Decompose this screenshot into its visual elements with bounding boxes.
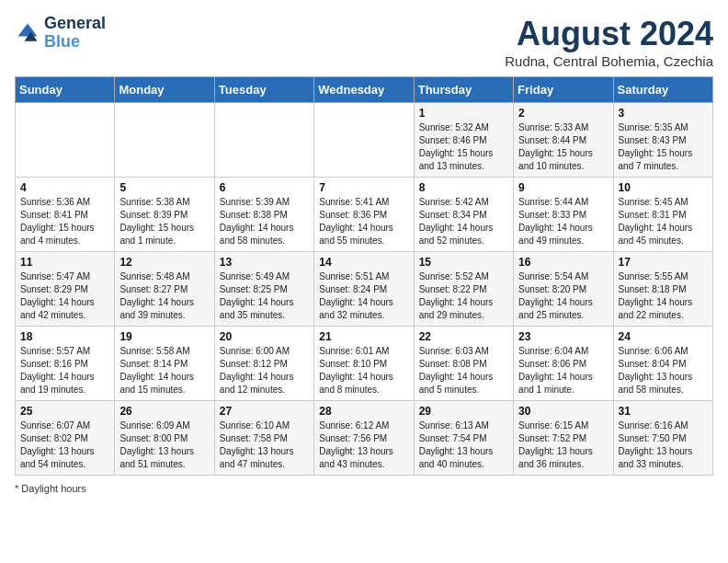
calendar-cell: 6Sunrise: 5:39 AMSunset: 8:38 PMDaylight… — [214, 178, 313, 252]
day-number: 23 — [518, 330, 608, 343]
day-number: 8 — [419, 181, 508, 194]
day-info: Sunrise: 6:10 AMSunset: 7:58 PMDaylight:… — [220, 419, 309, 471]
day-info: Sunrise: 5:47 AMSunset: 8:29 PMDaylight:… — [20, 270, 109, 322]
calendar-cell: 19Sunrise: 5:58 AMSunset: 8:14 PMDayligh… — [115, 327, 214, 401]
calendar-cell: 9Sunrise: 5:44 AMSunset: 8:33 PMDaylight… — [514, 178, 613, 252]
calendar-cell: 25Sunrise: 6:07 AMSunset: 8:02 PMDayligh… — [16, 401, 115, 476]
day-number: 27 — [220, 405, 309, 418]
day-info: Sunrise: 5:49 AMSunset: 8:25 PMDaylight:… — [220, 270, 309, 322]
day-info: Sunrise: 6:06 AMSunset: 8:04 PMDaylight:… — [619, 345, 708, 396]
calendar-cell: 4Sunrise: 5:36 AMSunset: 8:41 PMDaylight… — [16, 178, 115, 252]
day-header-sunday: Sunday — [16, 77, 115, 103]
svg-marker-0 — [18, 23, 38, 36]
calendar-cell: 17Sunrise: 5:55 AMSunset: 8:18 PMDayligh… — [613, 252, 712, 327]
calendar-cell: 13Sunrise: 5:49 AMSunset: 8:25 PMDayligh… — [214, 252, 313, 327]
title-block: August 2024 Rudna, Central Bohemia, Czec… — [505, 15, 713, 69]
day-header-thursday: Thursday — [414, 77, 513, 103]
day-info: Sunrise: 5:45 AMSunset: 8:31 PMDaylight:… — [619, 196, 708, 247]
day-number: 6 — [220, 181, 309, 194]
calendar-cell: 28Sunrise: 6:12 AMSunset: 7:56 PMDayligh… — [314, 401, 414, 476]
calendar-cell: 7Sunrise: 5:41 AMSunset: 8:36 PMDaylight… — [314, 178, 414, 252]
day-info: Sunrise: 5:39 AMSunset: 8:38 PMDaylight:… — [220, 196, 309, 247]
day-header-friday: Friday — [514, 77, 613, 103]
day-info: Sunrise: 5:52 AMSunset: 8:22 PMDaylight:… — [419, 270, 508, 322]
calendar-cell: 10Sunrise: 5:45 AMSunset: 8:31 PMDayligh… — [613, 178, 712, 252]
day-info: Sunrise: 6:13 AMSunset: 7:54 PMDaylight:… — [419, 419, 508, 471]
day-number: 25 — [20, 405, 109, 418]
month-year-title: August 2024 — [505, 15, 713, 53]
day-number: 15 — [419, 256, 508, 269]
day-number: 1 — [419, 107, 508, 120]
logo: General Blue — [15, 15, 106, 52]
day-number: 18 — [20, 330, 109, 343]
day-number: 30 — [518, 405, 608, 418]
day-header-monday: Monday — [115, 77, 214, 103]
calendar-cell: 27Sunrise: 6:10 AMSunset: 7:58 PMDayligh… — [214, 401, 313, 476]
calendar-cell: 21Sunrise: 6:01 AMSunset: 8:10 PMDayligh… — [314, 327, 414, 401]
day-number: 17 — [619, 256, 708, 269]
day-number: 26 — [119, 405, 209, 418]
day-info: Sunrise: 6:03 AMSunset: 8:08 PMDaylight:… — [419, 345, 508, 396]
logo-text: General Blue — [44, 15, 106, 52]
day-number: 4 — [20, 181, 109, 194]
calendar-cell: 16Sunrise: 5:54 AMSunset: 8:20 PMDayligh… — [514, 252, 613, 327]
calendar-cell: 3Sunrise: 5:35 AMSunset: 8:43 PMDaylight… — [613, 103, 712, 178]
calendar-cell: 11Sunrise: 5:47 AMSunset: 8:29 PMDayligh… — [16, 252, 115, 327]
calendar-cell: 29Sunrise: 6:13 AMSunset: 7:54 PMDayligh… — [414, 401, 513, 476]
calendar-cell: 26Sunrise: 6:09 AMSunset: 8:00 PMDayligh… — [115, 401, 214, 476]
day-number: 9 — [518, 181, 608, 194]
day-info: Sunrise: 5:38 AMSunset: 8:39 PMDaylight:… — [119, 196, 209, 247]
day-header-wednesday: Wednesday — [314, 77, 414, 103]
calendar-cell: 18Sunrise: 5:57 AMSunset: 8:16 PMDayligh… — [16, 327, 115, 401]
logo-icon — [15, 20, 40, 46]
page-header: General Blue August 2024 Rudna, Central … — [15, 15, 713, 69]
day-info: Sunrise: 5:58 AMSunset: 8:14 PMDaylight:… — [119, 345, 209, 396]
calendar-cell: 2Sunrise: 5:33 AMSunset: 8:44 PMDaylight… — [514, 103, 613, 178]
calendar-cell — [115, 103, 214, 178]
day-info: Sunrise: 5:51 AMSunset: 8:24 PMDaylight:… — [319, 270, 408, 322]
day-number: 14 — [319, 256, 408, 269]
calendar-cell: 1Sunrise: 5:32 AMSunset: 8:46 PMDaylight… — [414, 103, 513, 178]
calendar-cell — [314, 103, 414, 178]
day-info: Sunrise: 5:55 AMSunset: 8:18 PMDaylight:… — [619, 270, 708, 322]
day-number: 20 — [220, 330, 309, 343]
calendar-cell: 31Sunrise: 6:16 AMSunset: 7:50 PMDayligh… — [613, 401, 712, 476]
day-info: Sunrise: 6:12 AMSunset: 7:56 PMDaylight:… — [319, 419, 408, 471]
day-info: Sunrise: 5:54 AMSunset: 8:20 PMDaylight:… — [518, 270, 608, 322]
day-header-tuesday: Tuesday — [214, 77, 313, 103]
day-info: Sunrise: 5:44 AMSunset: 8:33 PMDaylight:… — [518, 196, 608, 247]
day-number: 29 — [419, 405, 508, 418]
day-info: Sunrise: 5:33 AMSunset: 8:44 PMDaylight:… — [518, 121, 608, 173]
day-number: 11 — [20, 256, 109, 269]
day-number: 5 — [119, 181, 209, 194]
day-number: 21 — [319, 330, 408, 343]
day-info: Sunrise: 5:41 AMSunset: 8:36 PMDaylight:… — [319, 196, 408, 247]
calendar-cell: 12Sunrise: 5:48 AMSunset: 8:27 PMDayligh… — [115, 252, 214, 327]
day-info: Sunrise: 5:32 AMSunset: 8:46 PMDaylight:… — [419, 121, 508, 173]
day-number: 16 — [518, 256, 608, 269]
calendar-cell — [16, 103, 115, 178]
day-info: Sunrise: 5:48 AMSunset: 8:27 PMDaylight:… — [119, 270, 209, 322]
day-info: Sunrise: 6:16 AMSunset: 7:50 PMDaylight:… — [619, 419, 708, 471]
calendar-cell: 15Sunrise: 5:52 AMSunset: 8:22 PMDayligh… — [414, 252, 513, 327]
day-number: 19 — [119, 330, 209, 343]
day-info: Sunrise: 5:36 AMSunset: 8:41 PMDaylight:… — [20, 196, 109, 247]
day-number: 7 — [319, 181, 408, 194]
calendar-cell — [214, 103, 313, 178]
location-subtitle: Rudna, Central Bohemia, Czechia — [505, 53, 713, 69]
day-number: 13 — [220, 256, 309, 269]
calendar-cell: 24Sunrise: 6:06 AMSunset: 8:04 PMDayligh… — [613, 327, 712, 401]
calendar-cell: 8Sunrise: 5:42 AMSunset: 8:34 PMDaylight… — [414, 178, 513, 252]
day-info: Sunrise: 5:42 AMSunset: 8:34 PMDaylight:… — [419, 196, 508, 247]
day-info: Sunrise: 6:04 AMSunset: 8:06 PMDaylight:… — [518, 345, 608, 396]
day-number: 24 — [619, 330, 708, 343]
calendar-cell: 22Sunrise: 6:03 AMSunset: 8:08 PMDayligh… — [414, 327, 513, 401]
day-number: 2 — [518, 107, 608, 120]
calendar-cell: 14Sunrise: 5:51 AMSunset: 8:24 PMDayligh… — [314, 252, 414, 327]
calendar-table: SundayMondayTuesdayWednesdayThursdayFrid… — [15, 76, 713, 476]
calendar-cell: 30Sunrise: 6:15 AMSunset: 7:52 PMDayligh… — [514, 401, 613, 476]
day-number: 22 — [419, 330, 508, 343]
day-info: Sunrise: 6:07 AMSunset: 8:02 PMDaylight:… — [20, 419, 109, 471]
day-info: Sunrise: 6:01 AMSunset: 8:10 PMDaylight:… — [319, 345, 408, 396]
daylight-note: Daylight hours — [21, 483, 85, 494]
